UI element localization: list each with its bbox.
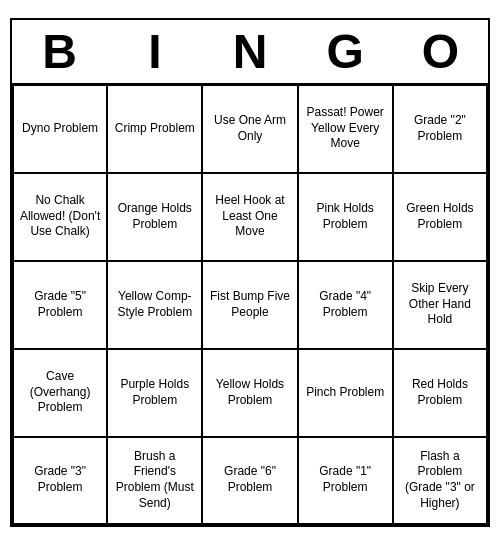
- bingo-cell-15[interactable]: Cave (Overhang) Problem: [12, 349, 107, 437]
- bingo-cell-1[interactable]: Crimp Problem: [107, 85, 202, 173]
- bingo-cell-24[interactable]: Flash a Problem (Grade "3" or Higher): [393, 437, 488, 525]
- header-letter-g: G: [298, 24, 393, 79]
- bingo-cell-10[interactable]: Grade "5" Problem: [12, 261, 107, 349]
- bingo-cell-14[interactable]: Skip Every Other Hand Hold: [393, 261, 488, 349]
- bingo-cell-3[interactable]: Passat! Power Yellow Every Move: [298, 85, 393, 173]
- bingo-cell-9[interactable]: Green Holds Problem: [393, 173, 488, 261]
- bingo-cell-11[interactable]: Yellow Comp-Style Problem: [107, 261, 202, 349]
- bingo-cell-23[interactable]: Grade "1" Problem: [298, 437, 393, 525]
- bingo-cell-17[interactable]: Yellow Holds Problem: [202, 349, 297, 437]
- bingo-cell-13[interactable]: Grade "4" Problem: [298, 261, 393, 349]
- bingo-cell-4[interactable]: Grade "2" Problem: [393, 85, 488, 173]
- bingo-cell-6[interactable]: Orange Holds Problem: [107, 173, 202, 261]
- header-letter-b: B: [12, 24, 107, 79]
- bingo-cell-8[interactable]: Pink Holds Problem: [298, 173, 393, 261]
- bingo-cell-19[interactable]: Red Holds Problem: [393, 349, 488, 437]
- bingo-cell-12[interactable]: Fist Bump Five People: [202, 261, 297, 349]
- bingo-cell-0[interactable]: Dyno Problem: [12, 85, 107, 173]
- bingo-cell-2[interactable]: Use One Arm Only: [202, 85, 297, 173]
- bingo-card: BINGO Dyno ProblemCrimp ProblemUse One A…: [10, 18, 490, 527]
- bingo-cell-16[interactable]: Purple Holds Problem: [107, 349, 202, 437]
- bingo-cell-5[interactable]: No Chalk Allowed! (Don't Use Chalk): [12, 173, 107, 261]
- header-letter-i: I: [107, 24, 202, 79]
- bingo-cell-21[interactable]: Brush a Friend's Problem (Must Send): [107, 437, 202, 525]
- bingo-cell-22[interactable]: Grade "6" Problem: [202, 437, 297, 525]
- header-letter-o: O: [393, 24, 488, 79]
- bingo-header: BINGO: [12, 20, 488, 85]
- bingo-cell-20[interactable]: Grade "3" Problem: [12, 437, 107, 525]
- bingo-cell-18[interactable]: Pinch Problem: [298, 349, 393, 437]
- header-letter-n: N: [202, 24, 297, 79]
- bingo-cell-7[interactable]: Heel Hook at Least One Move: [202, 173, 297, 261]
- bingo-grid: Dyno ProblemCrimp ProblemUse One Arm Onl…: [12, 85, 488, 525]
